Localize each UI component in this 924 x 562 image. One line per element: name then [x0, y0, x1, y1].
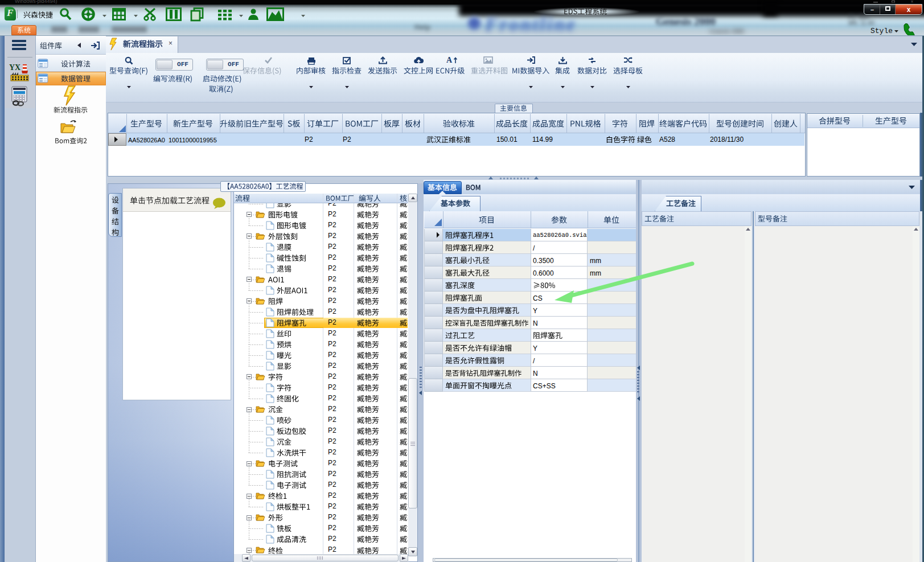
svg-text:YX: YX	[9, 63, 20, 72]
